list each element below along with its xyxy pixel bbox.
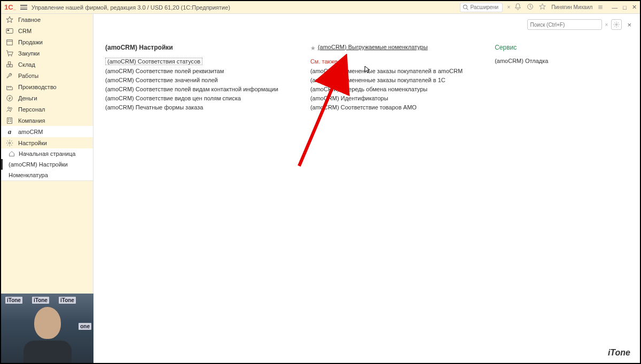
search-clear-icon[interactable]: × (605, 22, 608, 28)
svg-point-10 (8, 55, 9, 56)
svg-rect-8 (7, 39, 13, 45)
sidebar-item-main[interactable]: Главное (1, 14, 93, 25)
sidebar-item-personnel[interactable]: Персонал (1, 104, 93, 115)
amocrm-icon: a (6, 128, 13, 136)
svg-rect-19 (7, 117, 12, 123)
svg-text:₽: ₽ (9, 96, 11, 100)
settings-column: (amoCRM) Настройки (amoCRM) Соответствия… (105, 44, 278, 113)
svg-rect-7 (7, 29, 10, 31)
people-icon (6, 106, 13, 113)
svg-rect-14 (8, 61, 10, 64)
svg-rect-4 (599, 7, 603, 7)
svg-rect-13 (10, 65, 12, 67)
sidebar-item-amocrm[interactable]: a amoCRM (1, 126, 93, 137)
sidebar-item-production[interactable]: Производство (1, 81, 93, 92)
sub-item-amocrm-settings[interactable]: (amoCRM) Настройки (1, 159, 93, 170)
close-panel-icon[interactable]: × (625, 21, 634, 29)
sidebar-item-warehouse[interactable]: Склад (1, 59, 93, 70)
sidebar-item-label: Склад (18, 61, 35, 68)
itone-tag: iTone (5, 297, 22, 304)
star-icon: ★ (310, 45, 316, 52)
user-name[interactable]: Пинягин Михаил (551, 4, 592, 10)
settings-link[interactable]: (amoCRM) Соответствие видов цен полям сп… (105, 95, 241, 101)
related-link[interactable]: (amoCRM) Очередь обмена номенклатуры (310, 86, 427, 92)
gear-icon (6, 139, 13, 147)
svg-rect-5 (599, 8, 603, 9)
itone-tag: iTone (59, 297, 76, 304)
main-toolbar: × × (527, 19, 634, 30)
sub-item-label: Начальная страница (19, 151, 75, 157)
service-link[interactable]: (amoCRM) Отладка (495, 58, 548, 64)
svg-rect-22 (8, 121, 9, 122)
sidebar-item-label: Продажи (18, 39, 43, 45)
svg-line-1 (467, 9, 468, 10)
user-menu-icon[interactable] (598, 4, 603, 11)
svg-point-25 (616, 24, 617, 26)
svg-point-11 (11, 55, 12, 56)
starred-link-text[interactable]: (amoCRM) Выгружаемые номенклатуры (318, 44, 428, 50)
svg-point-0 (464, 5, 467, 9)
sidebar-item-label: Персонал (18, 106, 45, 113)
sidebar-item-crm[interactable]: CRM (1, 25, 93, 36)
column-heading: Сервис (495, 44, 612, 51)
sidebar-item-settings[interactable]: Настройки (1, 137, 93, 148)
see-also-link[interactable]: См. также (310, 58, 463, 65)
maximize-icon[interactable]: □ (623, 4, 627, 11)
sidebar-item-sales[interactable]: Продажи (1, 36, 93, 48)
global-search-input[interactable] (470, 4, 500, 10)
svg-point-24 (9, 142, 11, 144)
home-icon (9, 151, 15, 157)
related-link[interactable]: (amoCRM) Измененные заказы покупателей в… (310, 68, 463, 74)
cart-icon (6, 50, 13, 57)
sidebar-item-label: Компания (18, 117, 45, 124)
close-icon[interactable]: ✕ (632, 4, 637, 11)
content-search[interactable] (527, 19, 602, 30)
footer-logo: iTone (608, 348, 630, 358)
search-clear-icon[interactable]: × (507, 4, 510, 10)
global-search[interactable] (460, 3, 503, 12)
settings-link[interactable]: (amoCRM) Печатные формы заказа (105, 104, 203, 110)
logo-1c: 1C_ (4, 3, 16, 11)
svg-rect-12 (7, 65, 9, 67)
related-link[interactable]: (amoCRM) Соответствие товаров АМО (310, 104, 417, 110)
settings-button[interactable] (611, 19, 622, 30)
starred-link[interactable]: ★ (amoCRM) Выгружаемые номенклатуры (310, 44, 463, 53)
svg-point-18 (10, 107, 12, 109)
window-title: Управление нашей фирмой, редакция 3.0 / … (32, 4, 230, 11)
related-link[interactable]: (amoCRM) Идентификаторы (310, 95, 388, 101)
sidebar-item-label: Настройки (18, 140, 47, 146)
itone-tag: one (79, 323, 91, 330)
sidebar-item-label: Производство (18, 84, 57, 90)
sidebar-item-label: CRM (18, 28, 32, 34)
sidebar-item-label: Закупки (18, 50, 40, 57)
sub-item-nomenclature[interactable]: Номенклатура (1, 170, 93, 180)
calendar-icon (6, 38, 13, 46)
settings-link[interactable]: (amoCRM) Соответствие полей видам контак… (105, 86, 278, 92)
sidebar: Главное CRM Продажи Закупки Склад Работы… (1, 14, 93, 363)
sub-item-label: (amoCRM) Настройки (9, 161, 68, 168)
ruble-icon: ₽ (6, 94, 13, 102)
main-menu-icon[interactable] (20, 5, 27, 10)
content-search-input[interactable] (530, 22, 599, 28)
bell-icon[interactable] (514, 3, 521, 11)
sub-item-home[interactable]: Начальная страница (1, 148, 93, 159)
svg-rect-23 (10, 121, 11, 122)
sidebar-item-works[interactable]: Работы (1, 70, 93, 81)
webcam-overlay: iTone iTone iTone one (1, 294, 93, 363)
settings-link[interactable]: (amoCRM) Соответствие значений полей (105, 77, 218, 83)
star-icon[interactable] (539, 3, 546, 11)
history-icon[interactable] (527, 3, 534, 11)
settings-link[interactable]: (amoCRM) Соответствие полей реквизитам (105, 68, 224, 74)
related-link[interactable]: (amoCRM) Измененные заказы покупателей в… (310, 77, 445, 83)
settings-link[interactable]: (amoCRM) Соответствия статусов (105, 58, 202, 65)
itone-tag: iTone (32, 297, 49, 304)
sub-item-label: Номенклатура (9, 172, 48, 178)
main-content: × × (amoCRM) Настройки (amoCRM) Соответс… (93, 14, 640, 363)
title-bar: 1C_ Управление нашей фирмой, редакция 3.… (1, 1, 640, 14)
crm-icon (6, 27, 13, 35)
service-column: Сервис (amoCRM) Отладка (495, 44, 612, 113)
sidebar-item-company[interactable]: Компания (1, 115, 93, 126)
sidebar-item-money[interactable]: ₽ Деньги (1, 92, 93, 104)
sidebar-item-purchases[interactable]: Закупки (1, 48, 93, 59)
minimize-icon[interactable]: — (612, 4, 617, 11)
